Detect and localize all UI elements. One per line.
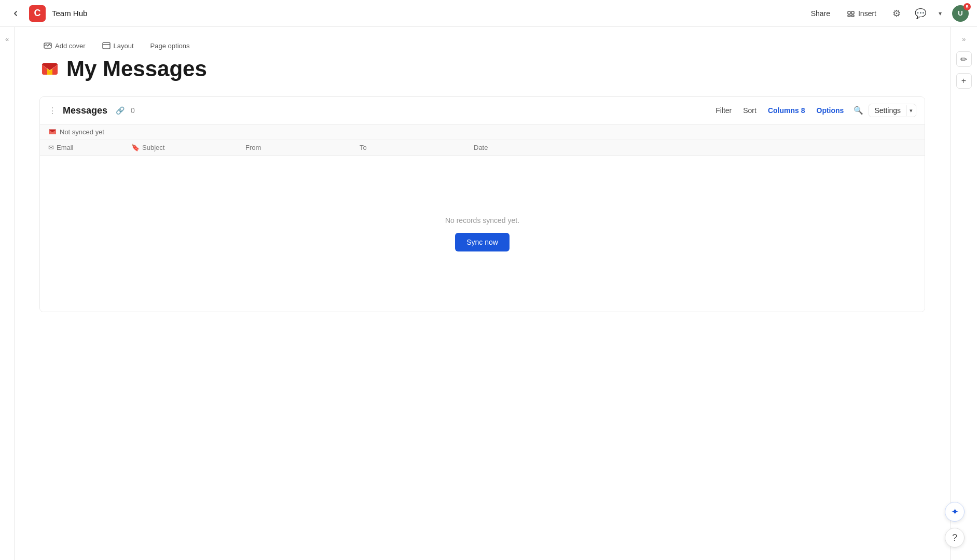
add-cover-button[interactable]: Add cover — [39, 39, 90, 52]
drag-handle-icon[interactable]: ⋮ — [48, 106, 57, 116]
subject-col-icon: 🔖 — [131, 144, 140, 151]
col-header-date: Date — [474, 144, 557, 151]
svg-rect-1 — [851, 11, 854, 14]
left-collapse-button[interactable]: « — [0, 27, 15, 560]
topbar-left: C Team Hub — [8, 5, 87, 22]
settings-label[interactable]: Settings — [869, 104, 906, 117]
search-icon-button[interactable]: 🔍 — [851, 103, 865, 118]
gmail-icon — [39, 59, 60, 79]
edit-icon-button[interactable]: ✏ — [956, 51, 972, 67]
svg-rect-5 — [103, 43, 110, 49]
app-logo: C — [29, 5, 46, 22]
app-title: Team Hub — [52, 9, 87, 18]
page-options-button[interactable]: Page options — [146, 40, 194, 52]
content-area: Add cover Layout Page options — [15, 27, 950, 560]
floating-buttons: ✦ ? — [945, 502, 965, 548]
topbar: C Team Hub Share Insert ⚙ 💬 ▾ U 5 — [0, 0, 977, 27]
svg-rect-3 — [851, 15, 854, 17]
help-button[interactable]: ? — [945, 528, 965, 548]
email-col-icon: ✉ — [48, 144, 54, 151]
col-header-email: ✉ Email — [48, 144, 131, 151]
filter-button[interactable]: Filter — [711, 104, 736, 117]
messages-header: ⋮ Messages 🔗 0 Filter Sort Columns 8 Opt… — [40, 97, 925, 124]
col-header-subject: 🔖 Subject — [131, 144, 245, 151]
page-toolbar: Add cover Layout Page options — [39, 39, 925, 52]
table-body: No records synced yet. Sync now — [40, 156, 925, 312]
page-title-row: My Messages — [39, 58, 925, 80]
no-records-text: No records synced yet. — [445, 216, 519, 225]
record-count: 0 — [131, 106, 135, 115]
settings-icon-button[interactable]: ⚙ — [889, 6, 904, 21]
link-icon: 🔗 — [116, 106, 125, 115]
comment-icon-button[interactable]: 💬 — [913, 6, 928, 21]
right-collapse-button[interactable]: » — [960, 33, 968, 45]
col-header-from: From — [245, 144, 360, 151]
insert-button[interactable]: Insert — [843, 7, 880, 20]
sparkle-button[interactable]: ✦ — [945, 502, 965, 522]
back-button[interactable] — [8, 6, 23, 21]
sort-button[interactable]: Sort — [739, 104, 761, 117]
expand-chevron-button[interactable]: ▾ — [937, 8, 944, 19]
sync-status: Not synced yet — [40, 124, 925, 139]
avatar-badge: 5 — [964, 3, 971, 10]
right-panel: » ✏ + — [950, 27, 977, 560]
page-title: My Messages — [66, 58, 207, 80]
toolbar-controls: Filter Sort Columns 8 Options 🔍 Settings… — [711, 103, 916, 118]
settings-button-group: Settings ▾ — [869, 104, 916, 117]
svg-rect-0 — [848, 11, 850, 14]
messages-title: Messages — [63, 105, 107, 116]
table-header: ✉ Email 🔖 Subject From To Date — [40, 139, 925, 156]
options-button[interactable]: Options — [813, 104, 848, 117]
topbar-right: Share Insert ⚙ 💬 ▾ U 5 — [807, 5, 969, 22]
avatar[interactable]: U 5 — [952, 5, 969, 22]
share-button[interactable]: Share — [807, 7, 834, 20]
main-layout: « Add cover Layout Page options — [0, 27, 977, 560]
layout-button[interactable]: Layout — [98, 39, 138, 52]
columns-button[interactable]: Columns 8 — [764, 104, 809, 117]
sync-now-button[interactable]: Sync now — [455, 233, 510, 251]
settings-chevron-button[interactable]: ▾ — [906, 105, 916, 116]
sync-status-text: Not synced yet — [60, 128, 104, 136]
col-header-to: To — [360, 144, 474, 151]
messages-block: ⋮ Messages 🔗 0 Filter Sort Columns 8 Opt… — [39, 96, 925, 312]
svg-rect-2 — [848, 15, 850, 17]
col-header-extra — [557, 144, 916, 151]
add-icon-button[interactable]: + — [956, 73, 972, 89]
